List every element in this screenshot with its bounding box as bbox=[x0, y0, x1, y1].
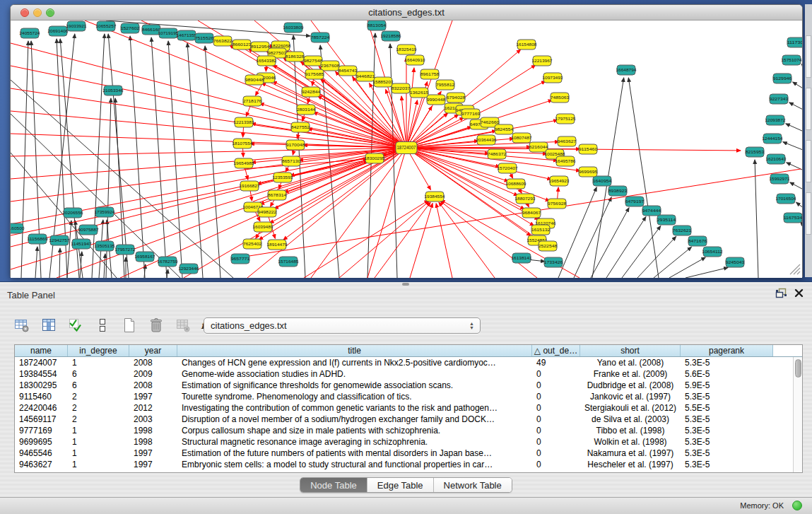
graph-node[interactable]: 90975887 bbox=[78, 225, 100, 235]
graph-node[interactable]: 15751074 bbox=[782, 55, 803, 65]
graph-node[interactable]: 25160500 bbox=[11, 223, 25, 233]
graph-node[interactable]: 17016504 bbox=[776, 194, 797, 204]
graph-node[interactable]: 9657771 bbox=[231, 254, 250, 264]
panel-drag-handle[interactable] bbox=[402, 283, 409, 286]
network-canvas[interactable]: 2405572420691406190339211065525715276028… bbox=[11, 21, 802, 278]
graph-node[interactable]: 16782759 bbox=[158, 257, 179, 267]
graph-node[interactable]: 16039489 bbox=[253, 222, 274, 232]
show-columns-button[interactable] bbox=[40, 316, 58, 334]
graph-node[interactable]: 1615132 bbox=[531, 225, 551, 235]
graph-node[interactable]: 18724007 bbox=[396, 142, 417, 154]
graph-node[interactable]: 9463627 bbox=[558, 136, 577, 146]
float-panel-icon[interactable] bbox=[775, 288, 787, 298]
graph-node[interactable]: 1527602 bbox=[121, 23, 140, 33]
graph-node[interactable]: 19033921 bbox=[66, 21, 88, 31]
graph-node[interactable]: 2367608 bbox=[321, 61, 340, 71]
graph-node[interactable]: 16138141 bbox=[512, 253, 533, 263]
graph-node[interactable]: 8186328 bbox=[286, 52, 305, 62]
graph-node[interactable]: 8471676 bbox=[688, 236, 707, 246]
tab-edge-table[interactable]: Edge Table bbox=[367, 478, 434, 492]
column-header-in_degree[interactable]: in_degree bbox=[68, 345, 129, 356]
graph-node[interactable]: 9498222 bbox=[258, 207, 277, 217]
graph-node[interactable]: 1117304 bbox=[787, 37, 802, 47]
graph-node[interactable]: 9699695 bbox=[579, 167, 598, 177]
table-row[interactable]: 2242004622012Investigating the contribut… bbox=[15, 402, 802, 414]
graph-node[interactable]: 19218586 bbox=[381, 31, 402, 41]
graph-node[interactable]: 10655257 bbox=[96, 21, 117, 31]
graph-node[interactable]: 12093872 bbox=[765, 115, 787, 125]
table-row[interactable]: 946554611997Estimation of the future num… bbox=[15, 448, 802, 459]
graph-node[interactable]: 11156869 bbox=[28, 234, 49, 244]
graph-node[interactable]: 9990448 bbox=[427, 95, 446, 105]
graph-node[interactable]: 1733426 bbox=[544, 257, 563, 267]
graph-node[interactable]: 19166827 bbox=[240, 181, 261, 191]
select-all-button[interactable] bbox=[66, 316, 85, 334]
graph-node[interactable]: 18107554 bbox=[233, 139, 254, 148]
graph-node[interactable]: 16640910 bbox=[405, 55, 426, 65]
tab-node-table[interactable]: Node Table bbox=[300, 478, 367, 492]
graph-node[interactable]: 20206556 bbox=[63, 208, 84, 218]
graph-node[interactable]: 17975125 bbox=[555, 114, 577, 124]
graph-node[interactable]: 7632621 bbox=[673, 226, 692, 235]
graph-node[interactable]: 9227343 bbox=[770, 94, 789, 104]
resize-grip-icon[interactable] bbox=[788, 262, 801, 275]
graph-node[interactable]: 2935114 bbox=[657, 215, 676, 225]
graph-node[interactable]: 10654112 bbox=[702, 247, 724, 257]
graph-node[interactable]: 2803144 bbox=[297, 105, 316, 115]
graph-node[interactable]: 19654985 bbox=[234, 158, 255, 168]
graph-node[interactable]: 12213383 bbox=[234, 117, 255, 127]
graph-node[interactable]: 9175685 bbox=[305, 69, 324, 79]
graph-node[interactable]: 18807293 bbox=[515, 194, 536, 204]
graph-node[interactable]: 9115460 bbox=[579, 144, 598, 154]
column-header-year[interactable]: year bbox=[129, 345, 177, 356]
graph-node[interactable]: 17359924 bbox=[95, 207, 116, 217]
graph-node[interactable]: 8961758 bbox=[420, 69, 440, 79]
graph-node[interactable]: 7663822 bbox=[213, 36, 233, 46]
graph-node[interactable]: 9242844 bbox=[302, 87, 321, 97]
graph-node[interactable]: 15720407 bbox=[498, 163, 519, 173]
graph-node[interactable]: 9824554 bbox=[495, 124, 514, 134]
graph-node[interactable]: 9890448 bbox=[245, 75, 264, 85]
column-header-out_de[interactable]: △ out_de… bbox=[532, 345, 580, 356]
graph-node[interactable]: 16154808 bbox=[517, 40, 538, 49]
tab-network-table[interactable]: Network Table bbox=[434, 478, 512, 492]
graph-node[interactable]: 6216044 bbox=[529, 142, 548, 152]
graph-node[interactable]: 8657130 bbox=[282, 156, 301, 166]
graph-node[interactable]: 7955812 bbox=[436, 80, 455, 90]
graph-node[interactable]: 8938923 bbox=[608, 186, 628, 196]
graph-node[interactable]: 8678314 bbox=[268, 190, 287, 200]
graph-node[interactable]: 20364436 bbox=[476, 135, 498, 145]
graph-node[interactable]: 9684067 bbox=[522, 208, 541, 218]
table-row[interactable]: 977716911998Corpus callosum shape and si… bbox=[15, 425, 802, 436]
graph-node[interactable]: 15885203 bbox=[373, 77, 394, 87]
table-row[interactable]: 969969511998Structural magnetic resonanc… bbox=[15, 436, 802, 448]
graph-node[interactable]: 18300295 bbox=[365, 153, 386, 163]
network-window-titlebar[interactable]: citations_edges.txt bbox=[11, 5, 802, 21]
graph-node[interactable]: 9756928 bbox=[548, 199, 567, 209]
table-row[interactable]: 1938455462009Genome-wide association stu… bbox=[15, 368, 802, 380]
scrollbar-thumb[interactable] bbox=[795, 359, 801, 378]
graph-node[interactable]: 10807487 bbox=[512, 133, 533, 143]
graph-node[interactable]: 7485063 bbox=[551, 93, 570, 103]
graph-node[interactable]: 10688609 bbox=[506, 179, 527, 189]
graph-node[interactable]: 16543382 bbox=[257, 56, 278, 66]
table-row[interactable]: 946362711997Embryonic stem cells: a mode… bbox=[15, 459, 802, 470]
graph-node[interactable]: 13505135 bbox=[95, 241, 116, 251]
unselect-all-button[interactable] bbox=[93, 316, 112, 334]
graph-node[interactable]: 1640954 bbox=[593, 176, 612, 186]
graph-node[interactable]: 8660123 bbox=[233, 40, 252, 49]
column-header-name[interactable]: name bbox=[15, 345, 68, 356]
graph-node[interactable]: 8454743 bbox=[339, 66, 358, 76]
graph-node[interactable]: 17957272 bbox=[115, 245, 136, 255]
table-row[interactable]: 911546021997Tourette syndrome. Phenomeno… bbox=[15, 391, 802, 402]
graph-node[interactable]: 12923446 bbox=[179, 264, 200, 274]
graph-node[interactable]: 8215953 bbox=[746, 147, 765, 157]
graph-node[interactable]: 21053346 bbox=[103, 86, 124, 95]
graph-node[interactable]: 9474444 bbox=[642, 206, 661, 216]
graph-node[interactable]: 12213967 bbox=[532, 56, 553, 66]
graph-node[interactable]: 7857224 bbox=[311, 33, 330, 42]
graph-node[interactable]: 9245043 bbox=[726, 257, 745, 267]
graph-node[interactable]: 6794028 bbox=[447, 93, 466, 103]
graph-node[interactable]: 8427552 bbox=[291, 122, 310, 132]
graph-node[interactable]: 7515526 bbox=[195, 33, 214, 43]
